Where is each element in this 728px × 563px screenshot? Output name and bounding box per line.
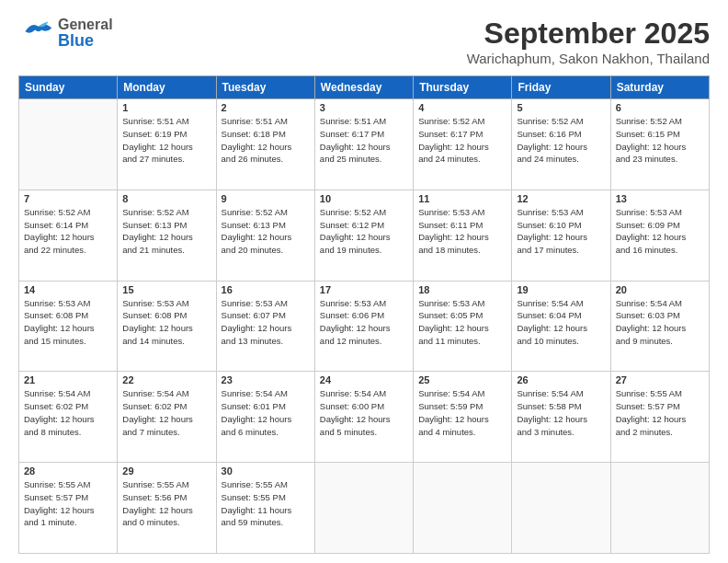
day-number: 22 xyxy=(122,374,210,385)
day-info: Sunrise: 5:54 AM Sunset: 6:04 PM Dayligh… xyxy=(517,297,605,348)
day-number: 15 xyxy=(122,284,210,295)
day-number: 14 xyxy=(24,284,112,295)
day-number: 16 xyxy=(222,284,310,295)
day-number: 23 xyxy=(222,374,310,385)
day-number: 7 xyxy=(24,193,112,204)
calendar-cell: 18Sunrise: 5:53 AM Sunset: 6:05 PM Dayli… xyxy=(414,281,512,372)
calendar-cell xyxy=(314,463,413,554)
calendar-cell xyxy=(414,463,512,554)
day-number: 18 xyxy=(418,284,506,295)
calendar-cell: 1Sunrise: 5:51 AM Sunset: 6:19 PM Daylig… xyxy=(118,99,216,190)
calendar-week-1: 1Sunrise: 5:51 AM Sunset: 6:19 PM Daylig… xyxy=(19,99,710,190)
day-number: 25 xyxy=(418,374,506,385)
calendar-cell: 11Sunrise: 5:53 AM Sunset: 6:11 PM Dayli… xyxy=(414,190,512,281)
calendar-cell: 16Sunrise: 5:53 AM Sunset: 6:07 PM Dayli… xyxy=(216,281,314,372)
day-number: 26 xyxy=(517,374,605,385)
day-info: Sunrise: 5:51 AM Sunset: 6:19 PM Dayligh… xyxy=(122,115,210,166)
location-subtitle: Warichaphum, Sakon Nakhon, Thailand xyxy=(467,51,710,66)
day-number: 10 xyxy=(320,193,408,204)
calendar-cell: 25Sunrise: 5:54 AM Sunset: 5:59 PM Dayli… xyxy=(414,372,512,463)
day-number: 12 xyxy=(517,193,605,204)
calendar-cell: 20Sunrise: 5:54 AM Sunset: 6:03 PM Dayli… xyxy=(610,281,709,372)
calendar-cell: 12Sunrise: 5:53 AM Sunset: 6:10 PM Dayli… xyxy=(512,190,610,281)
calendar-cell: 4Sunrise: 5:52 AM Sunset: 6:17 PM Daylig… xyxy=(414,99,512,190)
day-info: Sunrise: 5:54 AM Sunset: 6:01 PM Dayligh… xyxy=(222,387,310,438)
calendar-cell: 19Sunrise: 5:54 AM Sunset: 6:04 PM Dayli… xyxy=(512,281,610,372)
calendar-cell: 3Sunrise: 5:51 AM Sunset: 6:17 PM Daylig… xyxy=(314,99,413,190)
calendar-cell: 10Sunrise: 5:52 AM Sunset: 6:12 PM Dayli… xyxy=(314,190,413,281)
header: General Blue September 2025 Warichaphum,… xyxy=(18,17,710,66)
day-info: Sunrise: 5:54 AM Sunset: 5:59 PM Dayligh… xyxy=(418,387,506,438)
day-info: Sunrise: 5:51 AM Sunset: 6:18 PM Dayligh… xyxy=(222,115,310,166)
day-info: Sunrise: 5:52 AM Sunset: 6:16 PM Dayligh… xyxy=(517,115,605,166)
month-title: September 2025 xyxy=(467,17,710,51)
day-number: 13 xyxy=(616,193,704,204)
day-info: Sunrise: 5:52 AM Sunset: 6:13 PM Dayligh… xyxy=(122,206,210,257)
day-number: 1 xyxy=(122,102,210,113)
calendar-cell: 13Sunrise: 5:53 AM Sunset: 6:09 PM Dayli… xyxy=(610,190,709,281)
calendar-cell: 29Sunrise: 5:55 AM Sunset: 5:56 PM Dayli… xyxy=(118,463,216,554)
day-info: Sunrise: 5:54 AM Sunset: 6:00 PM Dayligh… xyxy=(320,387,408,438)
day-info: Sunrise: 5:52 AM Sunset: 6:13 PM Dayligh… xyxy=(222,206,310,257)
calendar: Sunday Monday Tuesday Wednesday Thursday… xyxy=(18,75,710,554)
day-info: Sunrise: 5:53 AM Sunset: 6:05 PM Dayligh… xyxy=(418,297,506,348)
day-number: 20 xyxy=(616,284,704,295)
calendar-cell: 26Sunrise: 5:54 AM Sunset: 5:58 PM Dayli… xyxy=(512,372,610,463)
day-number: 19 xyxy=(517,284,605,295)
title-block: September 2025 Warichaphum, Sakon Nakhon… xyxy=(467,17,710,66)
col-monday: Monday xyxy=(118,76,216,99)
logo-general-text: General xyxy=(58,17,113,32)
calendar-cell: 9Sunrise: 5:52 AM Sunset: 6:13 PM Daylig… xyxy=(216,190,314,281)
calendar-cell: 2Sunrise: 5:51 AM Sunset: 6:18 PM Daylig… xyxy=(216,99,314,190)
day-info: Sunrise: 5:54 AM Sunset: 6:02 PM Dayligh… xyxy=(122,387,210,438)
day-info: Sunrise: 5:53 AM Sunset: 6:08 PM Dayligh… xyxy=(24,297,112,348)
day-number: 30 xyxy=(222,465,310,477)
day-number: 21 xyxy=(24,374,112,385)
calendar-cell: 23Sunrise: 5:54 AM Sunset: 6:01 PM Dayli… xyxy=(216,372,314,463)
calendar-cell: 21Sunrise: 5:54 AM Sunset: 6:02 PM Dayli… xyxy=(19,372,118,463)
calendar-cell: 27Sunrise: 5:55 AM Sunset: 5:57 PM Dayli… xyxy=(610,372,709,463)
logo-icon xyxy=(18,17,55,50)
calendar-cell: 28Sunrise: 5:55 AM Sunset: 5:57 PM Dayli… xyxy=(19,463,118,554)
day-number: 27 xyxy=(616,374,704,385)
calendar-cell: 15Sunrise: 5:53 AM Sunset: 6:08 PM Dayli… xyxy=(118,281,216,372)
page: General Blue September 2025 Warichaphum,… xyxy=(0,0,728,563)
day-number: 3 xyxy=(320,102,408,113)
calendar-week-2: 7Sunrise: 5:52 AM Sunset: 6:14 PM Daylig… xyxy=(19,190,710,281)
day-info: Sunrise: 5:55 AM Sunset: 5:55 PM Dayligh… xyxy=(222,478,310,529)
logo-blue-text: Blue xyxy=(58,32,113,49)
day-info: Sunrise: 5:52 AM Sunset: 6:17 PM Dayligh… xyxy=(418,115,506,166)
calendar-cell: 14Sunrise: 5:53 AM Sunset: 6:08 PM Dayli… xyxy=(19,281,118,372)
calendar-cell: 6Sunrise: 5:52 AM Sunset: 6:15 PM Daylig… xyxy=(610,99,709,190)
day-number: 8 xyxy=(122,193,210,204)
col-saturday: Saturday xyxy=(610,76,709,99)
calendar-week-5: 28Sunrise: 5:55 AM Sunset: 5:57 PM Dayli… xyxy=(19,463,710,554)
day-info: Sunrise: 5:53 AM Sunset: 6:06 PM Dayligh… xyxy=(320,297,408,348)
calendar-cell: 22Sunrise: 5:54 AM Sunset: 6:02 PM Dayli… xyxy=(118,372,216,463)
day-number: 28 xyxy=(24,465,112,477)
calendar-cell: 24Sunrise: 5:54 AM Sunset: 6:00 PM Dayli… xyxy=(314,372,413,463)
calendar-cell: 17Sunrise: 5:53 AM Sunset: 6:06 PM Dayli… xyxy=(314,281,413,372)
calendar-cell xyxy=(19,99,118,190)
day-info: Sunrise: 5:53 AM Sunset: 6:11 PM Dayligh… xyxy=(418,206,506,257)
day-info: Sunrise: 5:54 AM Sunset: 6:02 PM Dayligh… xyxy=(24,387,112,438)
calendar-cell: 7Sunrise: 5:52 AM Sunset: 6:14 PM Daylig… xyxy=(19,190,118,281)
calendar-cell xyxy=(610,463,709,554)
col-tuesday: Tuesday xyxy=(216,76,314,99)
day-number: 11 xyxy=(418,193,506,204)
day-info: Sunrise: 5:52 AM Sunset: 6:12 PM Dayligh… xyxy=(320,206,408,257)
day-number: 4 xyxy=(418,102,506,113)
calendar-cell xyxy=(512,463,610,554)
day-number: 9 xyxy=(222,193,310,204)
day-info: Sunrise: 5:53 AM Sunset: 6:08 PM Dayligh… xyxy=(122,297,210,348)
col-thursday: Thursday xyxy=(414,76,512,99)
day-info: Sunrise: 5:52 AM Sunset: 6:14 PM Dayligh… xyxy=(24,206,112,257)
day-info: Sunrise: 5:51 AM Sunset: 6:17 PM Dayligh… xyxy=(320,115,408,166)
day-info: Sunrise: 5:53 AM Sunset: 6:07 PM Dayligh… xyxy=(222,297,310,348)
logo-name: General Blue xyxy=(58,17,113,49)
day-info: Sunrise: 5:55 AM Sunset: 5:57 PM Dayligh… xyxy=(24,478,112,529)
calendar-cell: 8Sunrise: 5:52 AM Sunset: 6:13 PM Daylig… xyxy=(118,190,216,281)
calendar-week-4: 21Sunrise: 5:54 AM Sunset: 6:02 PM Dayli… xyxy=(19,372,710,463)
logo: General Blue xyxy=(18,17,113,50)
day-info: Sunrise: 5:52 AM Sunset: 6:15 PM Dayligh… xyxy=(616,115,704,166)
